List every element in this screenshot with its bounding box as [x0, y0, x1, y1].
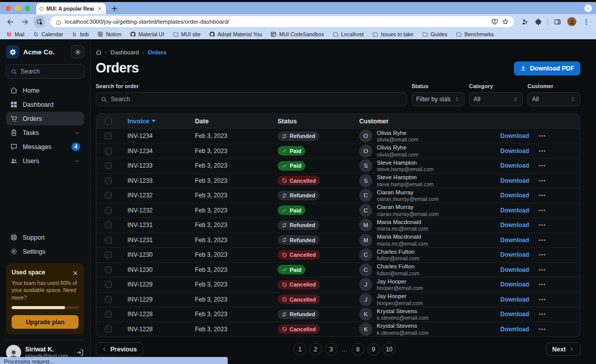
reload-button[interactable]	[33, 16, 45, 28]
more-options-icon[interactable]	[538, 147, 546, 155]
install-app-icon[interactable]	[491, 18, 498, 25]
more-options-icon[interactable]	[538, 132, 546, 140]
new-tab-button[interactable]	[110, 5, 118, 13]
page-button-3[interactable]: 3	[325, 343, 338, 355]
sidebar-search-input[interactable]	[21, 68, 80, 75]
download-link[interactable]: Download	[500, 207, 529, 214]
sidebar-item-dashboard[interactable]: Dashboard	[6, 98, 84, 111]
bookmark-item[interactable]: b bob	[72, 31, 89, 37]
url-bar[interactable]: localhost:3000/joy-ui/getting-started/te…	[50, 16, 514, 27]
browser-menu-icon[interactable]	[582, 18, 590, 26]
download-link[interactable]: Download	[500, 326, 529, 333]
sidebar-item-messages[interactable]: Messages 4	[6, 140, 84, 154]
close-window-button[interactable]	[6, 6, 11, 11]
upgrade-plan-button[interactable]: Upgrade plan	[12, 315, 79, 329]
row-checkbox[interactable]	[105, 266, 112, 273]
sidebar-item-users[interactable]: Users	[6, 154, 84, 168]
maximize-window-button[interactable]	[25, 6, 30, 11]
bookmark-item[interactable]: MUI CodeSandbox	[271, 31, 324, 37]
page-button-9[interactable]: 9	[367, 343, 380, 355]
row-checkbox[interactable]	[105, 326, 112, 333]
download-link[interactable]: Download	[500, 132, 529, 139]
row-checkbox[interactable]	[105, 192, 112, 199]
page-button-8[interactable]: 8	[352, 343, 364, 355]
download-link[interactable]: Download	[500, 281, 529, 288]
close-icon[interactable]	[72, 269, 79, 276]
bookmark-item[interactable]: Notion	[97, 31, 121, 37]
sidebar-item-settings[interactable]: Settings	[6, 245, 84, 258]
row-checkbox[interactable]	[105, 177, 112, 184]
home-icon[interactable]	[96, 49, 102, 55]
sidebar-item-home[interactable]: Home	[6, 84, 84, 97]
download-link[interactable]: Download	[500, 148, 529, 155]
page-button-10[interactable]: 10	[383, 343, 395, 355]
bookmark-item[interactable]: M Mail	[6, 31, 24, 37]
download-link[interactable]: Download	[500, 296, 529, 303]
bookmark-item[interactable]: Material UI	[130, 31, 164, 37]
download-link[interactable]: Download	[500, 162, 529, 169]
sidebar-search[interactable]	[6, 64, 84, 79]
status-filter-select[interactable]: Filter by status	[412, 92, 465, 106]
order-search-input[interactable]	[111, 96, 402, 103]
row-checkbox[interactable]	[105, 237, 112, 244]
more-options-icon[interactable]	[538, 280, 546, 288]
more-options-icon[interactable]	[538, 325, 546, 333]
page-button-1[interactable]: 1	[294, 343, 306, 355]
sidebar-item-tasks[interactable]: Tasks	[6, 126, 84, 139]
row-checkbox[interactable]	[105, 296, 112, 303]
row-checkbox[interactable]	[105, 132, 112, 139]
theme-toggle-button[interactable]	[71, 45, 84, 58]
site-info-icon[interactable]	[55, 19, 61, 25]
breadcrumb-dashboard[interactable]: Dashboard	[110, 49, 139, 55]
more-options-icon[interactable]	[538, 251, 546, 259]
more-options-icon[interactable]	[538, 296, 546, 304]
bookmark-item[interactable]: Benchmarks	[456, 31, 494, 37]
download-pdf-button[interactable]: Download PDF	[514, 61, 580, 76]
row-checkbox[interactable]	[105, 281, 112, 288]
sidebar-item-support[interactable]: Support	[6, 231, 84, 244]
more-options-icon[interactable]	[538, 266, 546, 274]
browser-profile-avatar[interactable]	[567, 17, 576, 26]
download-link[interactable]: Download	[500, 237, 529, 244]
row-checkbox[interactable]	[105, 207, 112, 214]
bookmark-item[interactable]: MUI site	[173, 31, 201, 37]
next-page-button[interactable]: Next	[546, 342, 580, 356]
row-checkbox[interactable]	[105, 311, 112, 318]
download-link[interactable]: Download	[500, 251, 529, 258]
order-search-field[interactable]	[96, 92, 407, 106]
select-all-checkbox[interactable]	[105, 118, 112, 125]
logout-icon[interactable]	[76, 348, 84, 356]
passkey-extension-icon[interactable]	[521, 18, 528, 26]
bookmark-star-icon[interactable]	[502, 18, 509, 25]
tab-close-icon[interactable]	[97, 6, 103, 12]
download-link[interactable]: Download	[500, 266, 529, 273]
previous-page-button[interactable]: Previous	[96, 342, 143, 356]
more-options-icon[interactable]	[538, 310, 546, 318]
bookmark-item[interactable]: Guides	[422, 31, 447, 37]
customer-filter-select[interactable]: All	[527, 92, 580, 106]
page-button-2[interactable]: 2	[309, 343, 322, 355]
more-options-icon[interactable]	[538, 177, 546, 185]
more-options-icon[interactable]	[538, 221, 546, 229]
more-options-icon[interactable]	[538, 191, 546, 199]
download-link[interactable]: Download	[500, 222, 529, 229]
bookmark-item[interactable]: Localhost	[333, 31, 364, 37]
forward-button[interactable]	[21, 18, 29, 26]
more-options-icon[interactable]	[538, 162, 546, 170]
bookmark-item[interactable]: Adopt Material You	[209, 31, 262, 37]
download-link[interactable]: Download	[500, 192, 529, 199]
row-checkbox[interactable]	[105, 222, 112, 229]
more-options-icon[interactable]	[538, 236, 546, 244]
extensions-puzzle-icon[interactable]	[535, 18, 542, 26]
column-header-invoice[interactable]: Invoice	[120, 118, 188, 125]
window-chevron-icon[interactable]	[584, 5, 592, 12]
category-filter-select[interactable]: All	[469, 92, 523, 106]
back-button[interactable]	[6, 18, 15, 26]
sidebar-item-orders[interactable]: Orders	[6, 112, 84, 125]
browser-tab[interactable]: MUI: A popular React UI fram	[36, 3, 106, 14]
bookmark-item[interactable]: Issues to take	[372, 31, 414, 37]
more-options-icon[interactable]	[538, 206, 546, 214]
side-panel-icon[interactable]	[554, 18, 561, 26]
minimize-window-button[interactable]	[15, 6, 21, 11]
row-checkbox[interactable]	[105, 148, 112, 155]
